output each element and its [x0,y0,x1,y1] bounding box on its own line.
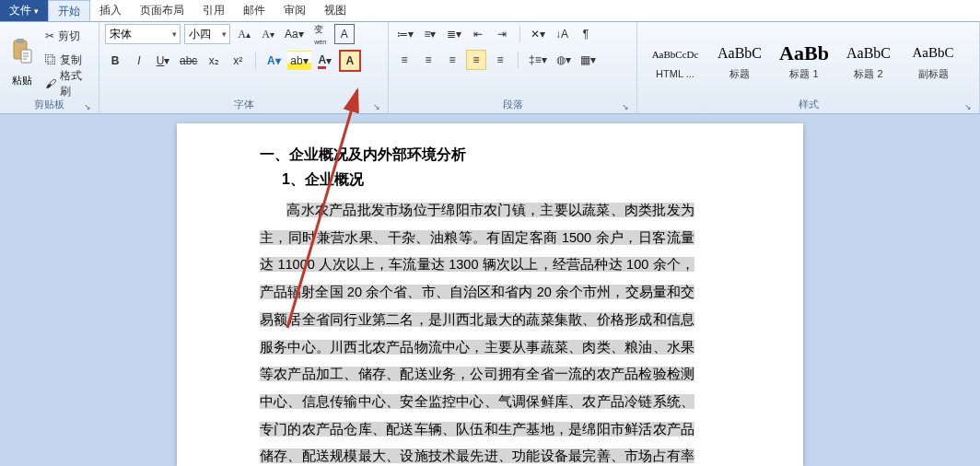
copy-button[interactable]: ⿻复制 [42,50,85,70]
doc-body: 高水农产品批发市场位于绵阳市农门镇，主要以蔬菜、肉类批发为主，同时兼营水果、干杂… [260,197,694,466]
multilevel-button[interactable]: ≣▾ [444,24,464,44]
workspace: 一、企业概况及内外部环境分析 1、企业概况 高水农产品批发市场位于绵阳市农门镇，… [0,114,980,466]
font-family-combo[interactable]: 宋体 [105,24,181,44]
menu-bar: 文件▾ 开始 插入 页面布局 引用 邮件 审阅 视图 [0,0,980,22]
tab-ref[interactable]: 引用 [193,0,234,21]
borders-button[interactable]: ▦▾ [578,50,599,70]
shrink-font-button[interactable]: A▾ [258,24,278,44]
cut-button[interactable]: ✂剪切 [42,26,83,46]
tab-review[interactable]: 审阅 [274,0,315,21]
style-item-2[interactable]: AaBb标题 1 [772,34,836,86]
align-right-button[interactable]: ≡ [442,50,462,70]
tab-mail[interactable]: 邮件 [234,0,274,21]
superscript-button[interactable]: x² [228,51,248,71]
dec-indent-button[interactable]: ⇤ [468,24,488,44]
style-item-1[interactable]: AaBbC标题 [707,34,772,86]
tab-file[interactable]: 文件▾ [0,0,48,21]
doc-heading-1: 一、企业概况及内外部环境分析 [260,146,694,165]
copy-icon: ⿻ [45,53,56,66]
tab-layout[interactable]: 页面布局 [131,0,193,21]
style-item-0[interactable]: AaBbCcDcHTML ... [643,34,707,86]
show-marks-button[interactable]: ¶ [576,24,596,44]
format-brush-button[interactable]: 🖌格式刷 [42,74,93,94]
text-effects-button[interactable]: A▾ [263,51,284,71]
paste-icon [11,39,33,64]
italic-button[interactable]: I [129,51,149,71]
numbering-button[interactable]: ≡▾ [420,24,440,44]
strike-button[interactable]: abc [177,51,200,71]
scissors-icon: ✂ [45,29,54,42]
font-color-button[interactable]: A▾ [315,51,335,71]
shading-button[interactable]: ◍▾ [554,50,574,70]
align-justify-button[interactable]: ≡ [466,50,486,70]
subscript-button[interactable]: x₂ [204,51,224,71]
grow-font-button[interactable]: A▴ [234,24,254,44]
change-case-button[interactable]: Aa▾ [282,24,307,44]
styles-gallery[interactable]: AaBbCcDcHTML ...AaBbC标题AaBb标题 1AaBbC标题 2… [643,24,974,96]
align-distribute-button[interactable]: ≡ [490,50,510,70]
style-item-3[interactable]: AaBbC标题 2 [836,34,901,86]
sort-button[interactable]: ↓A [552,24,572,44]
group-label-clipboard: 剪贴板 [6,96,93,113]
group-label-styles: 样式 [643,96,974,113]
underline-button[interactable]: U▾ [153,51,173,71]
svg-rect-1 [17,39,24,43]
align-center-button[interactable]: ≡ [418,50,438,70]
phonetic-button[interactable]: 变wén [310,24,331,44]
tab-insert[interactable]: 插入 [90,0,131,21]
tab-home[interactable]: 开始 [48,0,90,21]
document-page: 一、企业概况及内外部环境分析 1、企业概况 高水农产品批发市场位于绵阳市农门镇，… [177,123,803,466]
style-item-4[interactable]: AaBbC副标题 [901,34,965,86]
inc-indent-button[interactable]: ⇥ [492,24,512,44]
doc-heading-2: 1、企业概况 [282,170,694,190]
group-label-font: 字体 [105,96,382,113]
font-size-combo[interactable]: 小四 [184,24,230,44]
char-shading-button[interactable]: A [339,50,361,72]
bold-button[interactable]: B [105,51,125,71]
tab-view[interactable]: 视图 [315,0,356,21]
char-border-button[interactable]: A [334,24,355,44]
highlight-color-button[interactable]: ab▾ [287,51,310,71]
bullets-button[interactable]: ≔▾ [394,24,416,44]
paste-button[interactable] [6,33,39,70]
asian-layout-button[interactable]: ✕▾ [528,24,548,44]
paste-label: 粘贴 [12,74,32,87]
line-spacing-button[interactable]: ‡≡▾ [526,50,550,70]
brush-icon: 🖌 [45,77,56,90]
group-label-paragraph: 段落 [394,96,631,113]
align-left-button[interactable]: ≡ [394,50,414,70]
ribbon: 粘贴 ✂剪切 ⿻复制 🖌格式刷 剪贴板 宋体 小四 A▴ A▾ Aa▾ 变wén… [0,22,980,114]
